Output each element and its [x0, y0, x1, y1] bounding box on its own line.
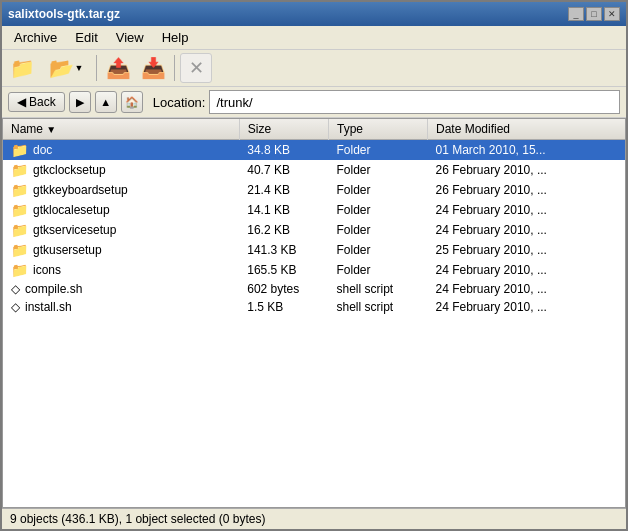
folder-icon: 📁: [11, 222, 28, 238]
compress-icon: 📥: [141, 56, 166, 80]
cell-date: 24 February 2010, ...: [428, 260, 626, 280]
extract-icon: 📤: [106, 56, 131, 80]
table-row[interactable]: ◇ compile.sh 602 bytes shell script 24 F…: [3, 280, 625, 298]
new-folder-icon: 📁: [10, 56, 35, 80]
file-name: install.sh: [25, 300, 72, 314]
cell-name: ◇ install.sh: [3, 298, 239, 316]
window-title: salixtools-gtk.tar.gz: [8, 7, 120, 21]
col-size-label: Size: [248, 122, 271, 136]
cell-size: 165.5 KB: [239, 260, 328, 280]
table-row[interactable]: 📁 gtkkeyboardsetup 21.4 KB Folder 26 Feb…: [3, 180, 625, 200]
home-button[interactable]: 🏠: [121, 91, 143, 113]
col-header-type[interactable]: Type: [328, 119, 427, 140]
file-table: Name ▼ Size Type Date Modified: [3, 119, 625, 316]
cell-name: 📁 gtklocalesetup: [3, 200, 239, 220]
table-row[interactable]: 📁 gtkusersetup 141.3 KB Folder 25 Februa…: [3, 240, 625, 260]
table-row[interactable]: 📁 gtkclocksetup 40.7 KB Folder 26 Februa…: [3, 160, 625, 180]
title-bar-buttons: _ □ ✕: [568, 7, 620, 21]
col-header-name[interactable]: Name ▼: [3, 119, 239, 140]
cell-name: 📁 doc: [3, 140, 239, 161]
back-button[interactable]: ◀ Back: [8, 92, 65, 112]
file-name-with-icon: 📁 icons: [11, 262, 61, 278]
cell-name: 📁 gtkkeyboardsetup: [3, 180, 239, 200]
script-icon: ◇: [11, 282, 20, 296]
file-name: gtklocalesetup: [33, 203, 110, 217]
file-name: doc: [33, 143, 52, 157]
cell-type: shell script: [328, 280, 427, 298]
cell-size: 14.1 KB: [239, 200, 328, 220]
cell-size: 40.7 KB: [239, 160, 328, 180]
file-name-with-icon: 📁 gtkusersetup: [11, 242, 102, 258]
cell-type: shell script: [328, 298, 427, 316]
table-row[interactable]: 📁 gtklocalesetup 14.1 KB Folder 24 Febru…: [3, 200, 625, 220]
file-list-container[interactable]: Name ▼ Size Type Date Modified: [2, 118, 626, 508]
menu-archive[interactable]: Archive: [6, 28, 65, 47]
cell-size: 1.5 KB: [239, 298, 328, 316]
maximize-button[interactable]: □: [586, 7, 602, 21]
extract-button[interactable]: 📤: [102, 53, 134, 83]
file-name: gtkusersetup: [33, 243, 102, 257]
menu-edit[interactable]: Edit: [67, 28, 105, 47]
cell-name: 📁 gtkservicesetup: [3, 220, 239, 240]
table-row[interactable]: 📁 icons 165.5 KB Folder 24 February 2010…: [3, 260, 625, 280]
cell-size: 21.4 KB: [239, 180, 328, 200]
file-name-with-icon: 📁 gtkservicesetup: [11, 222, 116, 238]
toolbar: 📁 📂 ▼ 📤 📥 ✕: [2, 50, 626, 87]
cell-name: 📁 icons: [3, 260, 239, 280]
new-folder-button[interactable]: 📁: [6, 53, 38, 83]
folder-icon: 📁: [11, 182, 28, 198]
open-dropdown-icon: ▼: [75, 63, 84, 73]
cell-name: ◇ compile.sh: [3, 280, 239, 298]
col-header-size[interactable]: Size: [239, 119, 328, 140]
delete-icon: ✕: [189, 57, 204, 79]
open-button[interactable]: 📂 ▼: [41, 53, 91, 83]
file-name-with-icon: 📁 doc: [11, 142, 52, 158]
file-name: gtkkeyboardsetup: [33, 183, 128, 197]
cell-date: 26 February 2010, ...: [428, 180, 626, 200]
folder-icon: 📁: [11, 242, 28, 258]
cell-type: Folder: [328, 180, 427, 200]
minimize-button[interactable]: _: [568, 7, 584, 21]
cell-size: 602 bytes: [239, 280, 328, 298]
menu-view[interactable]: View: [108, 28, 152, 47]
cell-type: Folder: [328, 140, 427, 161]
file-name-with-icon: ◇ install.sh: [11, 300, 72, 314]
file-name: gtkclocksetup: [33, 163, 106, 177]
col-header-date[interactable]: Date Modified: [428, 119, 626, 140]
cell-type: Folder: [328, 240, 427, 260]
cell-type: Folder: [328, 260, 427, 280]
cell-size: 141.3 KB: [239, 240, 328, 260]
menu-bar: Archive Edit View Help: [2, 26, 626, 50]
cell-type: Folder: [328, 200, 427, 220]
up-button[interactable]: ▲: [95, 91, 117, 113]
file-name: gtkservicesetup: [33, 223, 116, 237]
cell-name: 📁 gtkclocksetup: [3, 160, 239, 180]
status-text: 9 objects (436.1 KB), 1 object selected …: [10, 512, 265, 526]
home-icon: 🏠: [125, 96, 139, 109]
location-label: Location:: [153, 95, 206, 110]
forward-button[interactable]: ▶: [69, 91, 91, 113]
cell-name: 📁 gtkusersetup: [3, 240, 239, 260]
cell-type: Folder: [328, 160, 427, 180]
col-date-label: Date Modified: [436, 122, 510, 136]
close-button[interactable]: ✕: [604, 7, 620, 21]
file-name-with-icon: 📁 gtkclocksetup: [11, 162, 106, 178]
table-row[interactable]: 📁 gtkservicesetup 16.2 KB Folder 24 Febr…: [3, 220, 625, 240]
menu-help[interactable]: Help: [154, 28, 197, 47]
compress-button[interactable]: 📥: [137, 53, 169, 83]
file-name-with-icon: ◇ compile.sh: [11, 282, 82, 296]
location-input[interactable]: [209, 90, 620, 114]
folder-icon: 📁: [11, 142, 28, 158]
delete-button[interactable]: ✕: [180, 53, 212, 83]
file-name: compile.sh: [25, 282, 82, 296]
back-arrow-icon: ◀: [17, 95, 26, 109]
cell-type: Folder: [328, 220, 427, 240]
table-row[interactable]: 📁 doc 34.8 KB Folder 01 March 2010, 15..…: [3, 140, 625, 161]
main-window: salixtools-gtk.tar.gz _ □ ✕ Archive Edit…: [0, 0, 628, 531]
col-type-label: Type: [337, 122, 363, 136]
table-row[interactable]: ◇ install.sh 1.5 KB shell script 24 Febr…: [3, 298, 625, 316]
folder-icon: 📁: [11, 202, 28, 218]
cell-date: 01 March 2010, 15...: [428, 140, 626, 161]
folder-icon: 📁: [11, 262, 28, 278]
folder-icon: 📁: [11, 162, 28, 178]
